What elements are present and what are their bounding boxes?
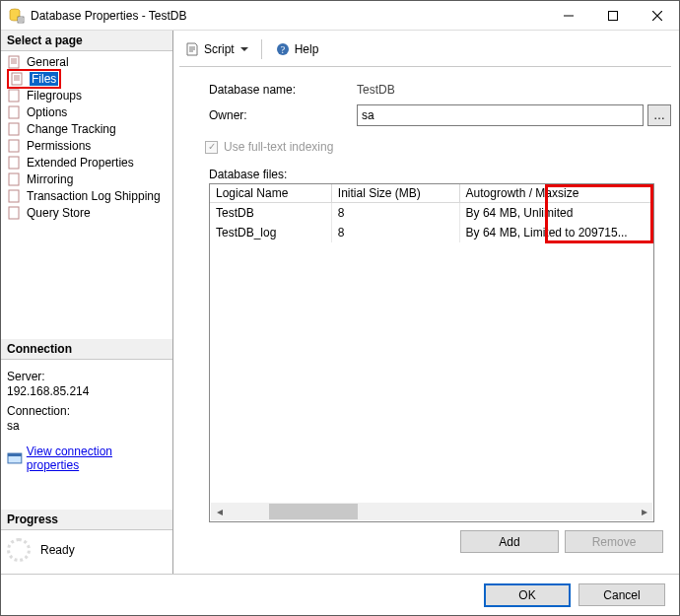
fulltext-checkbox-row: ✓ Use full-text indexing [205,140,671,154]
page-label: Extended Properties [27,156,134,170]
table-row[interactable]: TestDB_log 8 By 64 MB, Limited to 209715… [210,223,653,242]
cell-autogrowth: By 64 MB, Unlimited [459,203,653,224]
database-files-table: Logical Name Initial Size (MB) Autogrowt… [209,183,654,522]
maximize-button[interactable] [590,1,635,30]
svg-rect-12 [9,207,19,219]
close-button[interactable] [635,1,679,30]
pages-header: Select a page [1,31,172,51]
page-list: General Files Filegroups Options Change … [1,51,172,223]
connection-body: Server: 192.168.85.214 Connection: sa Vi… [1,360,172,480]
script-button[interactable]: Script [179,38,253,60]
cell-size[interactable]: 8 [331,203,459,224]
progress-status: Ready [40,543,75,557]
page-icon [7,54,23,70]
server-value: 192.168.85.214 [7,384,167,398]
toolbar-separator [261,39,262,59]
connection-value: sa [7,419,167,433]
page-label: Permissions [27,139,91,153]
page-label: General [27,55,69,69]
connection-header: Connection [1,339,172,360]
col-logical-name[interactable]: Logical Name [210,184,331,203]
table-row[interactable]: TestDB 8 By 64 MB, Unlimited … \var\opt\… [210,203,653,224]
page-extended-properties[interactable]: Extended Properties [1,154,172,171]
page-label: Change Tracking [27,122,116,136]
cell-size[interactable]: 8 [331,223,459,242]
dialog-footer: OK Cancel [1,574,679,615]
scroll-right-button[interactable]: ▸ [636,504,652,519]
scroll-thumb[interactable] [269,504,358,519]
svg-rect-10 [9,173,19,185]
page-icon [10,71,26,87]
svg-rect-8 [9,140,19,152]
ok-label: OK [518,588,535,602]
svg-rect-6 [9,106,19,118]
cell-logical: TestDB [210,203,331,224]
page-txlog-shipping[interactable]: Transaction Log Shipping [1,187,172,204]
add-button[interactable]: Add [460,530,559,553]
server-label: Server: [7,370,167,383]
col-initial-size[interactable]: Initial Size (MB) [331,184,459,203]
page-options[interactable]: Options [1,103,172,120]
page-label: Transaction Log Shipping [27,189,161,203]
right-panel: Script ? Help Database name: TestDB Owne… [173,31,679,574]
dbname-label: Database name: [209,83,357,97]
owner-input[interactable] [357,104,644,126]
page-permissions[interactable]: Permissions [1,137,172,154]
remove-label: Remove [592,535,637,549]
page-label: Mirroring [27,172,73,186]
help-label: Help [295,42,319,56]
page-icon [7,188,23,204]
view-connection-properties-link[interactable]: View connection properties [7,445,167,472]
scroll-left-button[interactable]: ◂ [211,504,228,519]
chevron-down-icon [240,47,248,51]
page-label: Query Store [27,206,91,220]
page-filegroups[interactable]: Filegroups [1,87,172,103]
add-label: Add [499,535,519,549]
help-button[interactable]: ? Help [270,38,324,60]
page-mirroring[interactable]: Mirroring [1,171,172,187]
page-icon [7,88,23,103]
horizontal-scrollbar[interactable]: ◂ ▸ [211,503,652,520]
page-files[interactable]: Files [1,70,172,87]
table-header-row: Logical Name Initial Size (MB) Autogrowt… [210,184,653,203]
owner-label: Owner: [209,108,357,122]
progress-spinner-icon [7,538,31,562]
svg-rect-9 [9,157,19,169]
scroll-track[interactable] [228,504,636,519]
left-sidebar: Select a page General Files Filegroups O… [1,31,173,574]
svg-rect-1 [18,17,24,23]
svg-rect-3 [9,56,19,68]
connection-label: Connection: [7,404,167,418]
owner-browse-button[interactable]: … [647,104,671,126]
fulltext-checkbox: ✓ [205,141,218,154]
fulltext-label: Use full-text indexing [224,140,333,154]
svg-rect-2 [608,11,617,20]
svg-rect-14 [8,453,22,456]
database-files-label: Database files: [209,168,671,181]
col-autogrowth[interactable]: Autogrowth / Maxsize [459,184,653,203]
toolbar: Script ? Help [179,36,671,67]
page-general[interactable]: General [1,53,172,70]
titlebar: Database Properties - TestDB [1,1,679,31]
dbname-value: TestDB [357,83,395,97]
minimize-button[interactable] [546,1,590,30]
properties-icon [7,450,23,466]
help-icon: ? [275,41,291,57]
page-icon [7,121,23,137]
svg-rect-5 [9,90,19,102]
ok-button[interactable]: OK [484,583,571,607]
svg-rect-7 [9,123,19,135]
progress-header: Progress [1,510,172,530]
remove-button: Remove [565,530,663,553]
page-query-store[interactable]: Query Store [1,204,172,221]
database-properties-icon [9,8,25,24]
svg-rect-4 [12,73,22,85]
cancel-button[interactable]: Cancel [578,583,665,606]
svg-text:?: ? [280,44,285,55]
cancel-label: Cancel [603,588,640,602]
page-label: Filegroups [27,89,82,103]
script-label: Script [204,42,235,56]
window-title: Database Properties - TestDB [31,1,546,31]
page-change-tracking[interactable]: Change Tracking [1,120,172,137]
progress-body: Ready [1,530,172,574]
